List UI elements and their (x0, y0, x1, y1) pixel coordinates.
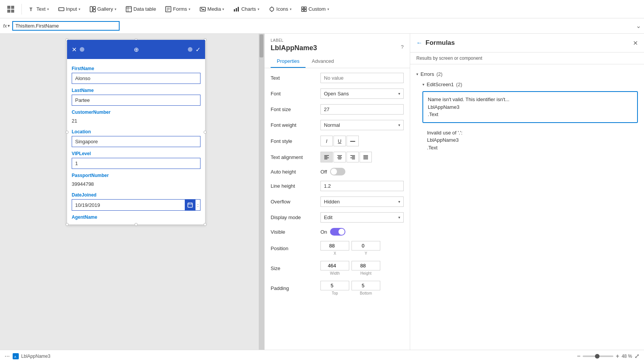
size-width-wrap: Width (320, 261, 349, 275)
charts-toolbar-btn[interactable]: Charts ▾ (230, 2, 263, 16)
prop-input-text[interactable] (320, 73, 404, 83)
icons-toolbar-btn[interactable]: Icons ▾ (265, 2, 296, 16)
field-input-lastname[interactable] (72, 95, 200, 106)
media-toolbar-btn[interactable]: Media ▾ (196, 2, 228, 16)
zoom-plus-btn[interactable]: + (616, 353, 619, 360)
resize-handle-bl[interactable] (66, 223, 69, 226)
prop-value-autoheight: Off (320, 168, 404, 175)
form-card: ✕ ⊕ ✓ FirstName LastName (67, 40, 205, 224)
form-check-btn[interactable]: ✓ (196, 46, 200, 53)
bottom-bar-dots[interactable]: ··· (5, 353, 10, 360)
prop-dropdown-font[interactable]: Open Sans ▾ (320, 88, 404, 99)
formulas-back-btn[interactable]: ← (416, 39, 422, 46)
prop-value-size: Width Height (320, 261, 404, 275)
custom-toolbar-btn[interactable]: Custom ▾ (297, 2, 333, 16)
gallery-icon (90, 6, 96, 12)
prop-label-displaymode: Display mode (271, 215, 320, 220)
forms-toolbar-btn[interactable]: Forms ▾ (161, 2, 194, 16)
pos-y-input[interactable] (352, 241, 380, 251)
size-width-input[interactable] (320, 261, 349, 270)
text-align-group (320, 152, 404, 162)
strikethrough-btn[interactable]: — (347, 136, 359, 146)
canvas-scroll-thumb[interactable] (260, 34, 263, 57)
media-icon (200, 6, 206, 12)
calendar-icon (187, 202, 193, 208)
prop-tab-advanced[interactable]: Advanced (306, 55, 340, 68)
prop-dropdown-fontweight[interactable]: Normal ▾ (320, 120, 404, 130)
zoom-slider[interactable] (583, 355, 613, 357)
svg-rect-7 (90, 7, 92, 12)
field-input-firstname[interactable] (72, 73, 200, 84)
prop-label-fontweight: Font weight (271, 122, 320, 128)
resize-handle-br[interactable] (204, 223, 207, 226)
prop-help-icon[interactable]: ? (401, 44, 404, 50)
pos-x-input[interactable] (320, 241, 349, 251)
padding-bottom-wrap: Bottom (352, 281, 380, 295)
prop-label-fontsize: Font size (271, 106, 320, 112)
gallery-toolbar-btn[interactable]: Gallery ▾ (86, 2, 120, 16)
field-input-datejoined[interactable] (72, 200, 185, 210)
padding-top-input[interactable] (320, 281, 349, 290)
prop-row-textalign: Text alignment (271, 152, 404, 162)
svg-rect-22 (238, 7, 239, 11)
formula-input[interactable] (12, 21, 120, 31)
svg-rect-1 (11, 6, 14, 9)
padding-group: Top Bottom (320, 281, 404, 295)
prop-row-position: Position X Y (271, 241, 404, 256)
italic-btn[interactable]: I (320, 136, 333, 146)
pos-x-label: X (334, 251, 336, 256)
form-close-btn[interactable]: ✕ (72, 46, 77, 53)
error-card-2[interactable]: Invalid use of '.': LblAppName3 .Text (422, 125, 638, 156)
autoheight-toggle-wrapper: Off (320, 168, 404, 175)
align-center-btn[interactable] (334, 152, 346, 162)
errors-section-header[interactable]: ▾ Errors (2) (416, 70, 638, 79)
resize-handle-mr[interactable] (204, 131, 207, 134)
error-card-1[interactable]: Name isn't valid. This identifier isn't.… (422, 91, 638, 123)
font-style-group: I U — (320, 136, 404, 146)
align-right-btn[interactable] (347, 152, 359, 162)
prop-header: LABEL LblAppName3 ? Properties Advanced (264, 34, 410, 68)
canvas-scrollbar[interactable] (259, 34, 264, 362)
fontweight-dropdown-chevron: ▾ (398, 123, 400, 127)
prop-label-size: Size (271, 265, 320, 271)
prop-dropdown-displaymode[interactable]: Edit ▾ (320, 212, 404, 223)
formula-expand-btn[interactable]: ⌄ (636, 22, 641, 29)
calendar-btn[interactable] (185, 200, 196, 210)
visible-toggle[interactable] (330, 228, 345, 236)
prop-input-fontsize[interactable] (320, 104, 404, 115)
prop-dropdown-overflow[interactable]: Hidden ▾ (320, 197, 404, 207)
size-width-label: Width (330, 271, 340, 275)
input-toolbar-btn[interactable]: Input ▾ (54, 2, 84, 16)
padding-bottom-input[interactable] (352, 281, 380, 290)
prop-tab-properties[interactable]: Properties (271, 55, 306, 68)
underline-btn[interactable]: U (334, 136, 346, 146)
formulas-close-btn[interactable]: ✕ (633, 39, 638, 47)
align-left-btn[interactable] (320, 152, 333, 162)
editscreen-header[interactable]: ▾ EditScreen1 (2) (422, 80, 638, 89)
prop-tabs: Properties Advanced (271, 55, 404, 68)
align-left-icon (324, 154, 329, 160)
field-input-viplevel[interactable] (72, 158, 200, 169)
prop-label-overflow: Overflow (271, 199, 320, 205)
prop-value-padding: Top Bottom (320, 281, 404, 295)
prop-input-lineheight[interactable] (320, 181, 404, 191)
resize-handle-ml[interactable] (66, 131, 69, 134)
app-icon-btn[interactable] (3, 2, 18, 16)
error-card-2-text: Invalid use of '.': LblAppName3 .Text (427, 129, 633, 152)
bottom-component-name: LblAppName3 (21, 354, 50, 359)
bottom-component: A LblAppName3 (13, 353, 50, 359)
expand-canvas-btn[interactable]: ⤢ (634, 352, 639, 360)
datatable-toolbar-btn[interactable]: Data table (122, 2, 160, 16)
svg-rect-29 (304, 10, 306, 11)
prop-label-fontstyle: Font style (271, 138, 320, 144)
zoom-minus-btn[interactable]: − (577, 353, 580, 360)
field-input-location[interactable] (72, 136, 200, 147)
align-justify-btn[interactable] (360, 152, 372, 162)
autoheight-toggle[interactable] (330, 168, 345, 175)
resize-handle-bm[interactable] (135, 223, 138, 226)
size-height-input[interactable] (352, 261, 380, 270)
errors-count: (2) (436, 71, 442, 77)
text-toolbar-btn[interactable]: T Text ▾ (25, 2, 53, 16)
svg-rect-5 (59, 8, 64, 11)
field-label-datejoined: DateJoined (72, 192, 200, 198)
